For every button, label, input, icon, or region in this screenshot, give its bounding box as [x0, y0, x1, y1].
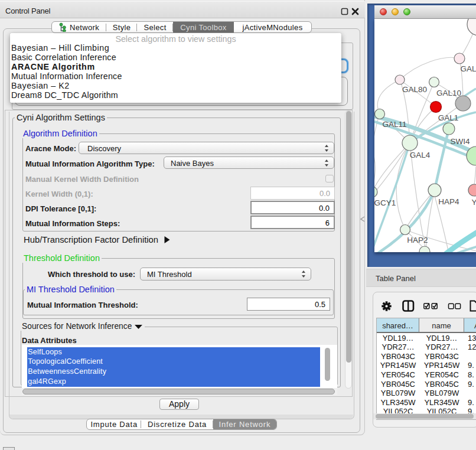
- svg-text:GAL: GAL: [460, 64, 476, 73]
- svg-text:HAP4: HAP4: [438, 197, 459, 206]
- svg-text:GAL10: GAL10: [436, 89, 461, 97]
- svg-text:GCY1: GCY1: [374, 198, 396, 207]
- svg-text:Y: Y: [471, 198, 476, 207]
- svg-text:GAL1: GAL1: [438, 113, 459, 122]
- svg-text:GAL80: GAL80: [402, 85, 427, 94]
- svg-text:GAL11: GAL11: [382, 120, 406, 129]
- svg-text:SWI4: SWI4: [450, 137, 470, 146]
- svg-text:GAL4: GAL4: [410, 151, 431, 159]
- svg-text:HAP2: HAP2: [407, 236, 428, 244]
